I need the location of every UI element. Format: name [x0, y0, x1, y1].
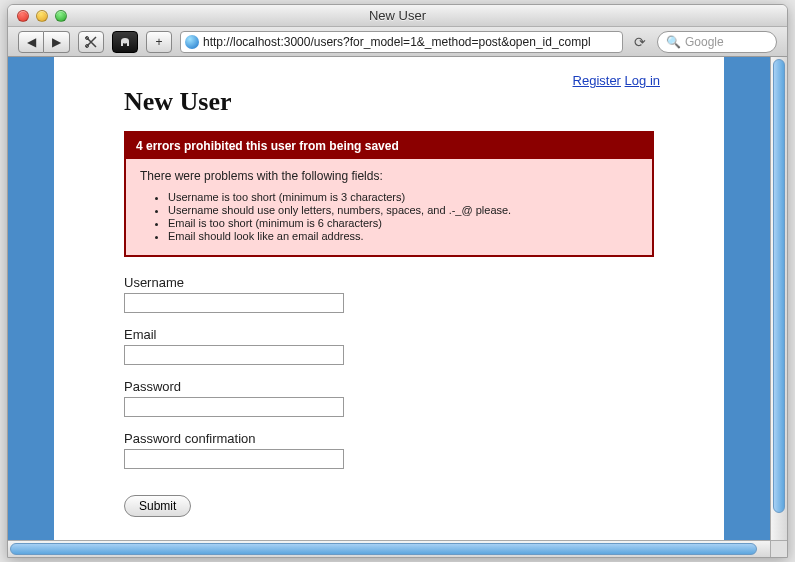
nav-buttons: ◀ ▶	[18, 31, 70, 53]
reload-icon: ⟳	[634, 34, 646, 50]
address-bar[interactable]: http://localhost:3000/users?for_model=1&…	[180, 31, 623, 53]
toolbar-button-1[interactable]	[78, 31, 104, 53]
forward-arrow-icon: ▶	[52, 35, 61, 49]
submit-button[interactable]: Submit	[124, 495, 191, 517]
error-item: Email should look like an email address.	[168, 230, 638, 242]
account-links: Register Log in	[573, 73, 660, 88]
email-group: Email	[124, 327, 654, 365]
browser-toolbar: ◀ ▶ + http://localhost:3000/users?for_mo…	[8, 27, 787, 57]
error-explanation: 4 errors prohibited this user from being…	[124, 131, 654, 257]
username-label: Username	[124, 275, 654, 290]
back-arrow-icon: ◀	[27, 35, 36, 49]
minimize-window-icon[interactable]	[36, 10, 48, 22]
search-placeholder: Google	[685, 35, 724, 49]
search-bar[interactable]: 🔍 Google	[657, 31, 777, 53]
titlebar: New User	[8, 5, 787, 27]
forward-button[interactable]: ▶	[44, 31, 70, 53]
traffic-lights	[8, 10, 67, 22]
password-conf-label: Password confirmation	[124, 431, 654, 446]
password-group: Password	[124, 379, 654, 417]
reload-button[interactable]: ⟳	[631, 34, 649, 50]
resize-corner[interactable]	[770, 540, 787, 557]
url-text: http://localhost:3000/users?for_model=1&…	[203, 35, 618, 49]
page-viewport: Register Log in New User 4 errors prohib…	[8, 57, 770, 540]
error-list: Username is too short (minimum is 3 char…	[140, 191, 638, 242]
error-item: Username should use only letters, number…	[168, 204, 638, 216]
email-label: Email	[124, 327, 654, 342]
horizontal-scroll-thumb[interactable]	[10, 543, 757, 555]
username-input[interactable]	[124, 293, 344, 313]
page-title: New User	[124, 87, 654, 117]
error-item: Username is too short (minimum is 3 char…	[168, 191, 638, 203]
back-button[interactable]: ◀	[18, 31, 44, 53]
search-icon: 🔍	[666, 35, 681, 49]
password-conf-group: Password confirmation	[124, 431, 654, 469]
username-group: Username	[124, 275, 654, 313]
page-content: Register Log in New User 4 errors prohib…	[54, 57, 724, 540]
vertical-scroll-thumb[interactable]	[773, 59, 785, 513]
password-input[interactable]	[124, 397, 344, 417]
error-item: Email is too short (minimum is 6 charact…	[168, 217, 638, 229]
elephant-icon	[118, 35, 132, 49]
plus-icon: +	[155, 35, 162, 49]
scissors-icon	[84, 35, 98, 49]
browser-window: New User ◀ ▶ + http://localhost:3000/use…	[7, 4, 788, 558]
error-header: 4 errors prohibited this user from being…	[126, 133, 652, 159]
error-intro: There were problems with the following f…	[140, 169, 638, 183]
register-link[interactable]: Register	[573, 73, 621, 88]
login-link[interactable]: Log in	[625, 73, 660, 88]
add-tab-button[interactable]: +	[146, 31, 172, 53]
email-input[interactable]	[124, 345, 344, 365]
horizontal-scrollbar[interactable]	[8, 540, 770, 557]
close-window-icon[interactable]	[17, 10, 29, 22]
password-label: Password	[124, 379, 654, 394]
error-body: There were problems with the following f…	[126, 159, 652, 255]
vertical-scrollbar[interactable]	[770, 57, 787, 540]
toolbar-button-2[interactable]	[112, 31, 138, 53]
zoom-window-icon[interactable]	[55, 10, 67, 22]
site-globe-icon	[185, 35, 199, 49]
viewport-wrap: Register Log in New User 4 errors prohib…	[8, 57, 787, 557]
password-conf-input[interactable]	[124, 449, 344, 469]
window-title: New User	[8, 8, 787, 23]
